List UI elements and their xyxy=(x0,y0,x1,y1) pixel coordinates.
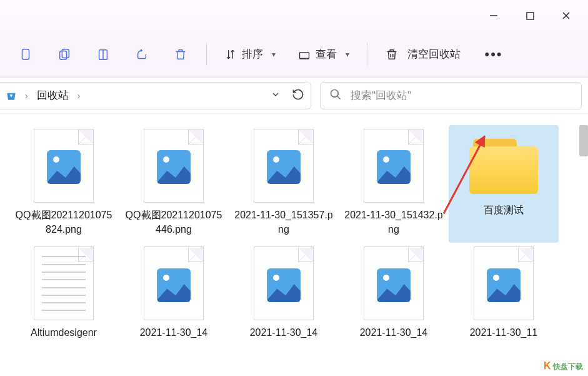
search-icon xyxy=(329,88,342,103)
item-label: 2021-11-30_11 xyxy=(451,325,556,340)
file-item[interactable]: Altiumdesigenr xyxy=(9,243,119,346)
svg-rect-9 xyxy=(300,52,309,58)
item-label: Altiumdesigenr xyxy=(11,325,116,340)
file-item[interactable]: 2021-11-30_14 xyxy=(229,243,339,346)
item-label: 2021-11-30_151357.png xyxy=(231,208,336,236)
folder-item[interactable]: 百度测试 xyxy=(449,125,559,243)
view-label: 查看 xyxy=(316,47,337,61)
sort-label: 排序 xyxy=(242,47,263,61)
view-button[interactable]: 查看 ▾ xyxy=(289,43,358,65)
image-file-icon xyxy=(144,246,204,320)
chevron-down-icon: ▾ xyxy=(346,50,349,59)
delete-button[interactable] xyxy=(164,39,197,69)
file-item[interactable]: QQ截图20211201075446.png xyxy=(119,125,229,243)
paste-button[interactable] xyxy=(86,39,120,69)
item-label: 百度测试 xyxy=(451,203,556,217)
minimize-button[interactable] xyxy=(476,3,512,28)
chevron-down-icon[interactable] xyxy=(271,89,281,101)
file-item[interactable]: 2021-11-30_14 xyxy=(339,243,449,346)
empty-recycle-bin-label: 清空回收站 xyxy=(407,47,461,61)
svg-rect-1 xyxy=(527,13,534,19)
empty-recycle-bin-button[interactable]: 清空回收站 xyxy=(376,43,469,65)
search-input[interactable] xyxy=(351,89,572,102)
image-file-icon xyxy=(254,129,314,203)
image-file-icon xyxy=(364,246,424,320)
image-file-icon xyxy=(254,246,314,320)
file-grid: QQ截图20211201075824.pngQQ截图20211201075446… xyxy=(0,114,588,376)
file-item[interactable]: 2021-11-30_14 xyxy=(119,243,229,346)
toolbar-divider xyxy=(206,43,207,66)
image-file-icon xyxy=(34,129,94,203)
refresh-button[interactable] xyxy=(292,88,304,103)
breadcrumb-separator: › xyxy=(24,91,29,101)
chevron-down-icon: ▾ xyxy=(272,50,276,59)
item-label: QQ截图20211201075824.png xyxy=(11,208,116,236)
close-button[interactable] xyxy=(548,3,584,28)
watermark: K 快盘下载 xyxy=(541,359,586,373)
share-button[interactable] xyxy=(125,39,159,69)
file-item[interactable]: 2021-11-30_151432.png xyxy=(339,125,449,243)
text-file-icon xyxy=(34,246,94,320)
image-file-icon xyxy=(144,129,204,203)
copy-button[interactable] xyxy=(47,39,81,69)
breadcrumb-separator: › xyxy=(76,91,82,101)
svg-rect-4 xyxy=(22,49,29,59)
more-button[interactable]: ••• xyxy=(477,39,511,69)
image-file-icon xyxy=(474,246,534,320)
scrollbar-thumb[interactable] xyxy=(579,125,588,156)
breadcrumb-location[interactable]: 回收站 xyxy=(34,88,71,103)
maximize-button[interactable] xyxy=(512,3,548,28)
window-titlebar xyxy=(0,0,588,31)
search-bar[interactable] xyxy=(320,82,582,109)
recycle-bin-icon xyxy=(4,88,19,103)
file-item[interactable]: 2021-11-30_151357.png xyxy=(229,125,339,243)
svg-line-12 xyxy=(337,96,341,99)
command-toolbar: 排序 ▾ 查看 ▾ 清空回收站 ••• xyxy=(0,31,588,78)
svg-point-11 xyxy=(331,90,339,98)
item-label: 2021-11-30_14 xyxy=(121,325,226,340)
item-label: 2021-11-30_14 xyxy=(231,325,336,340)
toolbar-divider xyxy=(367,43,367,66)
file-item[interactable]: QQ截图20211201075824.png xyxy=(9,125,119,243)
sort-button[interactable]: 排序 ▾ xyxy=(216,43,284,65)
item-label: 2021-11-30_151432.png xyxy=(341,208,446,236)
file-item[interactable]: 2021-11-30_11 xyxy=(449,243,559,346)
item-label: QQ截图20211201075446.png xyxy=(121,208,226,236)
navigation-bar: › 回收站 › xyxy=(0,78,588,114)
image-file-icon xyxy=(364,129,424,203)
cut-button[interactable] xyxy=(9,39,42,69)
address-bar[interactable]: › 回收站 › xyxy=(0,82,311,109)
item-label: 2021-11-30_14 xyxy=(341,325,446,340)
